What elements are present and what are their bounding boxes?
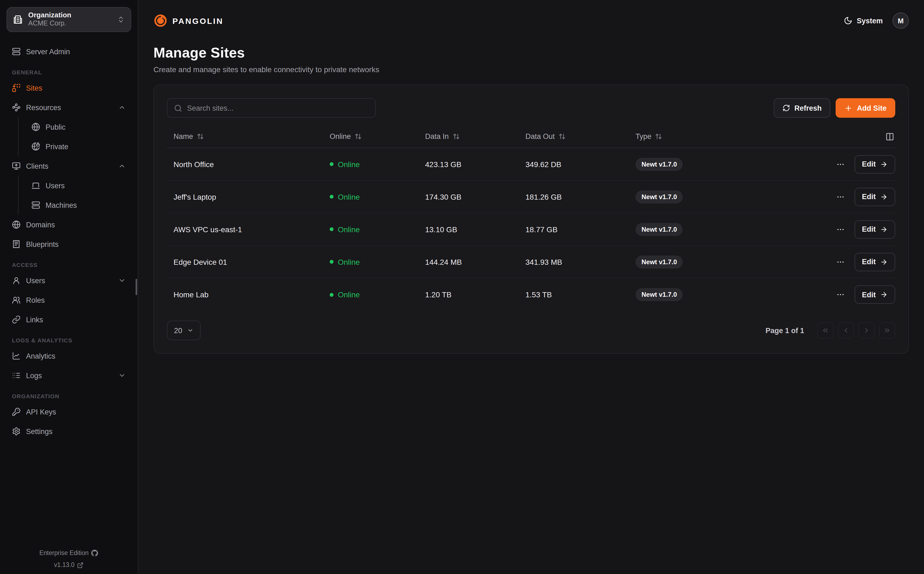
building-icon xyxy=(13,15,23,24)
organization-texts: Organization ACME Corp. xyxy=(28,12,112,28)
avatar[interactable]: M xyxy=(893,13,909,29)
sidebar-item-client-users[interactable]: Users xyxy=(19,176,131,195)
sort-icon xyxy=(558,133,566,140)
site-type-cell: Newt v1.7.0 xyxy=(635,190,814,203)
column-settings-button[interactable] xyxy=(885,131,895,142)
sidebar-item-public[interactable]: Public xyxy=(19,117,131,137)
sidebar-item-sites[interactable]: Sites xyxy=(6,78,131,98)
site-data-out: 181.26 GB xyxy=(525,192,635,201)
refresh-label: Refresh xyxy=(794,104,822,112)
online-dot-icon xyxy=(330,195,333,199)
theme-toggle-button[interactable]: System xyxy=(844,16,883,25)
sidebar-item-server-admin[interactable]: Server Admin xyxy=(6,42,131,61)
section-access: ACCESS xyxy=(6,262,131,268)
edit-button[interactable]: Edit xyxy=(854,188,895,206)
refresh-button[interactable]: Refresh xyxy=(774,98,830,118)
sidebar: Organization ACME Corp. Server Admin GEN… xyxy=(0,0,138,574)
organization-label: Organization xyxy=(28,12,112,20)
edition-label: Enterprise Edition xyxy=(39,550,89,557)
sidebar-item-analytics[interactable]: Analytics xyxy=(6,346,131,366)
sidebar-item-clients[interactable]: Clients xyxy=(6,156,131,176)
online-dot-icon xyxy=(330,162,333,166)
row-menu-button[interactable] xyxy=(834,255,847,268)
column-header-online[interactable]: Online xyxy=(330,132,425,140)
sidebar-item-private[interactable]: Private xyxy=(19,137,131,156)
last-page-button[interactable] xyxy=(879,322,895,339)
table-row: Jeff's Laptop Online 174.30 GB 181.26 GB… xyxy=(167,181,895,213)
users-icon xyxy=(12,296,20,304)
app-window: Organization ACME Corp. Server Admin GEN… xyxy=(0,0,924,574)
add-site-button[interactable]: Add Site xyxy=(836,98,895,118)
search-input[interactable] xyxy=(187,104,369,112)
brand-name: PANGOLIN xyxy=(173,16,223,25)
sidebar-item-roles[interactable]: Roles xyxy=(6,290,131,310)
sidebar-item-resources[interactable]: Resources xyxy=(6,98,131,117)
site-data-in: 1.20 TB xyxy=(425,290,525,299)
add-site-label: Add Site xyxy=(857,104,886,112)
column-header-name[interactable]: Name xyxy=(167,132,330,140)
sidebar-item-label: Machines xyxy=(46,201,126,209)
chevron-up-icon xyxy=(118,104,126,111)
row-actions: Edit xyxy=(834,155,895,173)
clients-subtree: Users Machines xyxy=(18,176,131,215)
plus-icon xyxy=(844,104,852,112)
organization-selector[interactable]: Organization ACME Corp. xyxy=(6,7,131,32)
row-menu-button[interactable] xyxy=(834,190,847,203)
edit-label: Edit xyxy=(862,290,876,299)
site-name: Edge Device 01 xyxy=(167,257,330,266)
edition-link[interactable]: Enterprise Edition xyxy=(6,550,131,557)
version-link[interactable]: v1.13.0 xyxy=(6,562,131,569)
sidebar-item-domains[interactable]: Domains xyxy=(6,215,131,234)
site-data-out: 341.93 MB xyxy=(525,257,635,266)
topbar-right: System M xyxy=(844,13,909,29)
main-area: PANGOLIN System M Manage Sites Create an… xyxy=(138,0,924,574)
row-menu-button[interactable] xyxy=(834,288,847,301)
sidebar-item-links[interactable]: Links xyxy=(6,310,131,329)
site-data-in: 423.13 GB xyxy=(425,160,525,169)
arrow-right-icon xyxy=(880,160,888,168)
column-header-data-out[interactable]: Data Out xyxy=(525,132,635,140)
column-header-type[interactable]: Type xyxy=(635,132,814,140)
topbar: PANGOLIN System M xyxy=(138,0,924,41)
external-link-icon xyxy=(77,562,84,569)
site-data-out: 349.62 DB xyxy=(525,160,635,169)
edit-button[interactable]: Edit xyxy=(854,285,895,304)
sidebar-item-settings[interactable]: Settings xyxy=(6,421,131,441)
version-label: v1.13.0 xyxy=(54,562,74,569)
sidebar-item-logs[interactable]: Logs xyxy=(6,366,131,385)
site-status: Online xyxy=(330,257,425,266)
page-size-select[interactable]: 20 xyxy=(167,321,201,340)
status-text: Online xyxy=(338,225,360,233)
edit-button[interactable]: Edit xyxy=(854,220,895,238)
site-type-cell: Newt v1.7.0 xyxy=(635,223,814,236)
section-logs-analytics: LOGS & ANALYTICS xyxy=(6,337,131,344)
prev-page-button[interactable] xyxy=(838,322,854,339)
sidebar-item-machines[interactable]: Machines xyxy=(19,195,131,215)
first-page-button[interactable] xyxy=(817,322,833,339)
refresh-icon xyxy=(783,104,790,112)
moon-icon xyxy=(844,16,852,25)
sidebar-item-label: Sites xyxy=(26,84,126,92)
column-header-data-in[interactable]: Data In xyxy=(425,132,525,140)
sidebar-item-api-keys[interactable]: API Keys xyxy=(6,402,131,421)
site-status: Online xyxy=(330,290,425,299)
row-menu-button[interactable] xyxy=(834,158,847,170)
sidebar-scrollbar-thumb[interactable] xyxy=(135,279,137,295)
sidebar-item-blueprints[interactable]: Blueprints xyxy=(6,234,131,254)
sidebar-item-label: Private xyxy=(46,142,126,151)
sidebar-footer: Enterprise Edition v1.13.0 xyxy=(6,544,131,569)
user-icon xyxy=(12,276,20,285)
sidebar-item-users[interactable]: Users xyxy=(6,271,131,290)
site-status: Online xyxy=(330,192,425,201)
edit-button[interactable]: Edit xyxy=(854,252,895,271)
monitor-up-icon xyxy=(12,162,20,170)
sites-replace-icon xyxy=(12,84,20,92)
column-label: Type xyxy=(635,132,652,140)
chevron-up-icon xyxy=(118,162,126,170)
edit-button[interactable]: Edit xyxy=(854,155,895,173)
sort-icon xyxy=(453,133,460,140)
row-menu-button[interactable] xyxy=(834,223,847,236)
search-box xyxy=(167,98,376,118)
next-page-button[interactable] xyxy=(858,322,875,339)
section-general: GENERAL xyxy=(6,69,131,76)
